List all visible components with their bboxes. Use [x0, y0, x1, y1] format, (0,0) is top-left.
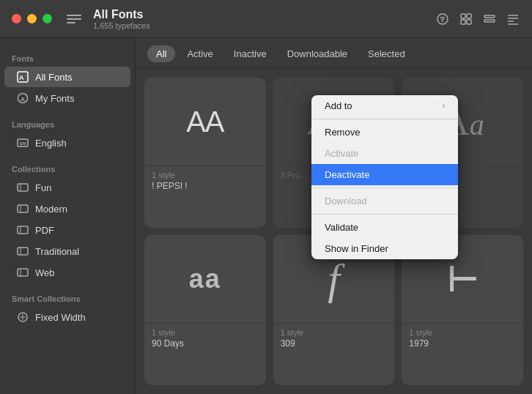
content-area: All Active Inactive Downloadable Selecte… — [136, 38, 532, 394]
sidebar-item-fun[interactable]: Fun — [4, 177, 130, 198]
sidebar-item-all-fonts[interactable]: A All Fonts — [4, 67, 130, 87]
context-menu-show-in-finder[interactable]: Show in Finder — [311, 238, 458, 259]
window-title: All Fonts — [93, 8, 435, 21]
detail-view-icon[interactable] — [506, 12, 520, 26]
svg-text:A: A — [19, 74, 24, 81]
toolbar-icons — [435, 12, 520, 26]
svg-rect-4 — [461, 14, 465, 18]
fun-icon — [16, 181, 29, 194]
context-menu-validate[interactable]: Validate — [311, 217, 458, 238]
all-fonts-icon: A — [16, 70, 29, 83]
sidebar-item-traditional[interactable]: Traditional — [4, 241, 130, 261]
sidebar: Fonts A All Fonts A My Fonts Languages — [0, 38, 136, 394]
titlebar: All Fonts 1,655 typefaces — [0, 0, 532, 38]
web-label: Web — [35, 267, 55, 278]
font-name: 90 Days — [152, 338, 259, 349]
title-section: All Fonts 1,655 typefaces — [93, 8, 435, 30]
grid-view-icon[interactable] — [459, 12, 473, 26]
tab-downloadable[interactable]: Downloadable — [278, 45, 356, 62]
svg-rect-20 — [18, 184, 28, 191]
svg-text:A: A — [21, 96, 25, 103]
font-meta-309: 1 style 309 — [273, 323, 395, 354]
menu-separator-2 — [311, 187, 458, 188]
svg-rect-8 — [484, 15, 495, 18]
svg-rect-9 — [484, 20, 495, 22]
fixed-width-icon — [16, 311, 29, 324]
sidebar-item-pdf[interactable]: PDF — [4, 220, 130, 240]
menu-separator-1 — [311, 119, 458, 119]
my-fonts-icon: A — [16, 92, 29, 105]
font-preview-pepsi: AA — [144, 78, 266, 166]
font-meta-90days: 1 style 90 Days — [144, 323, 266, 354]
font-name: 309 — [281, 338, 388, 349]
context-menu-deactivate[interactable]: Deactivate — [311, 164, 458, 185]
show-in-finder-label: Show in Finder — [325, 243, 388, 254]
font-meta-1979: 1 style 1979 — [402, 323, 523, 354]
menu-separator-3 — [311, 214, 458, 215]
context-menu-add-to[interactable]: Add to › — [311, 95, 458, 116]
font-name: 1979 — [409, 338, 516, 349]
sidebar-toggle-button[interactable] — [67, 12, 81, 26]
fixed-width-label: Fixed Width — [35, 312, 86, 323]
context-menu-download: Download — [311, 190, 458, 212]
svg-rect-7 — [467, 20, 471, 24]
sidebar-item-web[interactable]: Web — [4, 262, 130, 283]
pdf-icon — [16, 223, 29, 237]
tab-active[interactable]: Active — [178, 45, 221, 62]
font-styles: 1 style — [281, 328, 388, 337]
svg-text:EN: EN — [20, 141, 26, 146]
sidebar-item-my-fonts[interactable]: A My Fonts — [4, 88, 130, 108]
tab-inactive[interactable]: Inactive — [225, 45, 276, 62]
context-menu-activate: Activate — [311, 143, 458, 164]
tab-selected[interactable]: Selected — [359, 45, 414, 62]
window-controls — [12, 14, 52, 23]
font-card-90days[interactable]: aa 1 style 90 Days — [144, 235, 266, 385]
subtitle: 1,655 typefaces — [93, 21, 435, 30]
traditional-label: Traditional — [35, 246, 79, 257]
main-layout: Fonts A All Fonts A My Fonts Languages — [0, 38, 532, 394]
filter-icon[interactable] — [435, 12, 450, 26]
close-button[interactable] — [12, 14, 21, 23]
context-menu: Add to › Remove Activate Deactivate Down… — [311, 95, 458, 259]
chevron-right-icon: › — [443, 102, 445, 110]
sidebar-item-modern[interactable]: Modern — [4, 198, 130, 219]
english-icon: EN — [16, 136, 29, 149]
smart-section-title: Smart Collections — [0, 290, 135, 306]
languages-section-title: Languages — [0, 116, 135, 132]
validate-label: Validate — [325, 222, 358, 233]
add-to-label: Add to — [325, 100, 352, 111]
maximize-button[interactable] — [43, 14, 52, 23]
sidebar-item-english[interactable]: EN English — [4, 133, 130, 153]
font-styles: 1 style — [152, 328, 259, 337]
font-card-pepsi[interactable]: AA 1 style ! PEPSI ! — [144, 78, 266, 228]
download-label: Download — [325, 196, 367, 207]
sidebar-item-fixed-width[interactable]: Fixed Width — [4, 307, 130, 327]
svg-rect-5 — [467, 14, 471, 18]
font-preview-90days: aa — [144, 235, 266, 323]
filter-tabs: All Active Inactive Downloadable Selecte… — [136, 38, 532, 69]
font-meta-pepsi: 1 style ! PEPSI ! — [144, 166, 266, 197]
svg-rect-26 — [18, 248, 28, 255]
remove-label: Remove — [325, 127, 360, 138]
all-fonts-label: All Fonts — [35, 72, 73, 83]
list-view-icon[interactable] — [482, 12, 497, 26]
modern-icon — [16, 202, 29, 215]
web-icon — [16, 266, 29, 279]
font-name: ! PEPSI ! — [152, 181, 259, 191]
svg-rect-6 — [461, 20, 465, 24]
modern-label: Modern — [35, 204, 67, 215]
tab-all[interactable]: All — [147, 45, 175, 62]
deactivate-label: Deactivate — [325, 169, 369, 180]
fun-label: Fun — [35, 182, 51, 193]
fonts-section-title: Fonts — [0, 50, 135, 66]
english-label: English — [35, 138, 67, 149]
pdf-label: PDF — [35, 225, 54, 236]
collections-section-title: Collections — [0, 160, 135, 176]
minimize-button[interactable] — [27, 14, 37, 23]
font-styles: 1 style — [409, 328, 516, 337]
traditional-icon — [16, 245, 29, 258]
svg-rect-22 — [18, 205, 28, 212]
svg-rect-28 — [18, 269, 28, 276]
activate-label: Activate — [325, 148, 358, 159]
context-menu-remove[interactable]: Remove — [311, 122, 458, 143]
